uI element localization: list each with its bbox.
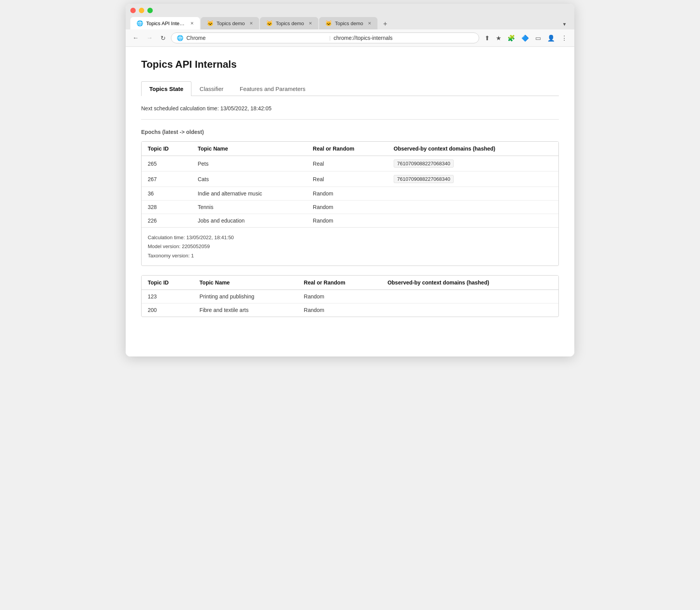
table-row: 226 Jobs and education Random bbox=[142, 214, 558, 228]
browser-tabs-row: 🌐 Topics API Intern… ✕ 🐱 Topics demo ✕ 🐱… bbox=[130, 17, 570, 29]
epoch-1-model-version: Model version: 2205052059 bbox=[148, 242, 552, 251]
tab-nav-classifier[interactable]: Classifier bbox=[191, 81, 232, 96]
cell-topic-name: Indie and alternative music bbox=[191, 187, 307, 200]
page-title: Topics API Internals bbox=[141, 58, 559, 70]
tab-3-close[interactable]: ✕ bbox=[309, 21, 312, 26]
cell-topic-id: 226 bbox=[142, 214, 191, 228]
cell-domains: 7610709088227068340 bbox=[388, 156, 558, 171]
tab-4-icon: 🐱 bbox=[325, 20, 332, 26]
new-tab-button[interactable]: + bbox=[380, 19, 391, 29]
cell-topic-name: Tennis bbox=[191, 200, 307, 214]
tab-nav-topics-state[interactable]: Topics State bbox=[141, 81, 191, 96]
address-divider: | bbox=[329, 35, 330, 41]
maximize-traffic-light[interactable] bbox=[147, 8, 153, 13]
epoch-1-taxonomy-version: Taxonomy version: 1 bbox=[148, 251, 552, 260]
tab-2-label: Topics demo bbox=[217, 21, 245, 26]
epoch-2-table: Topic ID Topic Name Real or Random Obser… bbox=[142, 276, 558, 317]
extensions-button[interactable]: 🧩 bbox=[505, 33, 517, 43]
scheduled-calculation-time: Next scheduled calculation time: 13/05/2… bbox=[141, 105, 559, 111]
back-button[interactable]: ← bbox=[130, 33, 141, 43]
cell-topic-name: Pets bbox=[191, 156, 307, 171]
browser-tab-2[interactable]: 🐱 Topics demo ✕ bbox=[201, 17, 259, 29]
toolbar-right: ⬆ ★ 🧩 🔷 ▭ 👤 ⋮ bbox=[482, 33, 570, 43]
cell-domains bbox=[388, 200, 558, 214]
cell-domains bbox=[381, 303, 558, 317]
section-divider bbox=[141, 119, 559, 120]
table-header-row-2: Topic ID Topic Name Real or Random Obser… bbox=[142, 276, 558, 290]
bookmark-button[interactable]: ★ bbox=[493, 33, 504, 43]
cell-domains bbox=[388, 214, 558, 228]
menu-button[interactable]: ⋮ bbox=[559, 33, 570, 43]
share-button[interactable]: ⬆ bbox=[482, 33, 492, 43]
address-security-icon: 🌐 bbox=[177, 35, 183, 41]
cell-domains bbox=[388, 187, 558, 200]
col-real-random: Real or Random bbox=[307, 142, 388, 156]
tab-2-close[interactable]: ✕ bbox=[249, 21, 253, 26]
domain-badge: 7610709088227068340 bbox=[394, 159, 454, 168]
browser-tab-3[interactable]: 🐱 Topics demo ✕ bbox=[260, 17, 318, 29]
table-row: 36 Indie and alternative music Random bbox=[142, 187, 558, 200]
cell-topic-name: Jobs and education bbox=[191, 214, 307, 228]
cell-topic-name: Cats bbox=[191, 171, 307, 187]
cell-topic-id: 267 bbox=[142, 171, 191, 187]
profile-button[interactable]: 👤 bbox=[545, 33, 557, 43]
minimize-traffic-light[interactable] bbox=[139, 8, 144, 13]
table-row: 267 Cats Real 7610709088227068340 bbox=[142, 171, 558, 187]
tab-navigation: Topics State Classifier Features and Par… bbox=[141, 81, 559, 96]
cell-topic-id: 328 bbox=[142, 200, 191, 214]
page-content: Topics API Internals Topics State Classi… bbox=[126, 47, 574, 356]
table-row: 200 Fibre and textile arts Random bbox=[142, 303, 558, 317]
epochs-title: Epochs (latest -> oldest) bbox=[141, 129, 559, 135]
tab-3-icon: 🐱 bbox=[266, 20, 273, 26]
table-row: 328 Tennis Random bbox=[142, 200, 558, 214]
table-header-row: Topic ID Topic Name Real or Random Obser… bbox=[142, 142, 558, 156]
col-topic-id: Topic ID bbox=[142, 142, 191, 156]
address-url: chrome://topics-internals bbox=[334, 35, 473, 41]
col-domains-2: Observed-by context domains (hashed) bbox=[381, 276, 558, 290]
forward-button[interactable]: → bbox=[144, 33, 155, 43]
cell-topic-name: Fibre and textile arts bbox=[193, 303, 298, 317]
cell-real-random: Real bbox=[307, 171, 388, 187]
epoch-1-meta: Calculation time: 13/05/2022, 18:41:50 M… bbox=[142, 227, 558, 266]
cell-domains bbox=[381, 290, 558, 303]
cell-real-random: Random bbox=[298, 290, 381, 303]
epoch-1-calc-time: Calculation time: 13/05/2022, 18:41:50 bbox=[148, 233, 552, 242]
domain-badge: 7610709088227068340 bbox=[394, 175, 454, 183]
cell-topic-id: 265 bbox=[142, 156, 191, 171]
browser-tab-1[interactable]: 🌐 Topics API Intern… ✕ bbox=[130, 17, 200, 29]
epoch-1-table: Topic ID Topic Name Real or Random Obser… bbox=[142, 142, 558, 227]
browser-toolbar: ← → ↻ 🌐 Chrome | chrome://topics-interna… bbox=[126, 29, 574, 47]
tab-1-label: Topics API Intern… bbox=[146, 21, 186, 26]
cell-topic-name: Printing and publishing bbox=[193, 290, 298, 303]
col-topic-name-2: Topic Name bbox=[193, 276, 298, 290]
close-traffic-light[interactable] bbox=[130, 8, 136, 13]
tab-1-close[interactable]: ✕ bbox=[190, 21, 194, 26]
split-view-button[interactable]: ▭ bbox=[533, 33, 543, 43]
tab-4-close[interactable]: ✕ bbox=[368, 21, 371, 26]
cell-real-random: Random bbox=[307, 200, 388, 214]
profile-extension-button[interactable]: 🔷 bbox=[519, 33, 531, 43]
cell-real-random: Random bbox=[298, 303, 381, 317]
tab-list-button[interactable]: ▾ bbox=[559, 19, 570, 29]
cell-domains: 7610709088227068340 bbox=[388, 171, 558, 187]
col-domains: Observed-by context domains (hashed) bbox=[388, 142, 558, 156]
tab-3-label: Topics demo bbox=[276, 21, 304, 26]
col-topic-name: Topic Name bbox=[191, 142, 307, 156]
cell-topic-id: 36 bbox=[142, 187, 191, 200]
cell-real-random: Random bbox=[307, 187, 388, 200]
cell-topic-id: 200 bbox=[142, 303, 193, 317]
address-bar[interactable]: 🌐 Chrome | chrome://topics-internals bbox=[171, 33, 479, 43]
reload-button[interactable]: ↻ bbox=[158, 33, 168, 43]
cell-topic-id: 123 bbox=[142, 290, 193, 303]
tab-nav-features-params[interactable]: Features and Parameters bbox=[232, 81, 314, 96]
browser-tab-4[interactable]: 🐱 Topics demo ✕ bbox=[319, 17, 377, 29]
traffic-lights bbox=[130, 8, 570, 13]
col-real-random-2: Real or Random bbox=[298, 276, 381, 290]
address-prefix: Chrome bbox=[186, 35, 326, 41]
table-row: 265 Pets Real 7610709088227068340 bbox=[142, 156, 558, 171]
title-bar: 🌐 Topics API Intern… ✕ 🐱 Topics demo ✕ 🐱… bbox=[126, 4, 574, 29]
tab-4-label: Topics demo bbox=[335, 21, 363, 26]
cell-real-random: Random bbox=[307, 214, 388, 228]
table-row: 123 Printing and publishing Random bbox=[142, 290, 558, 303]
browser-window: 🌐 Topics API Intern… ✕ 🐱 Topics demo ✕ 🐱… bbox=[126, 4, 574, 356]
